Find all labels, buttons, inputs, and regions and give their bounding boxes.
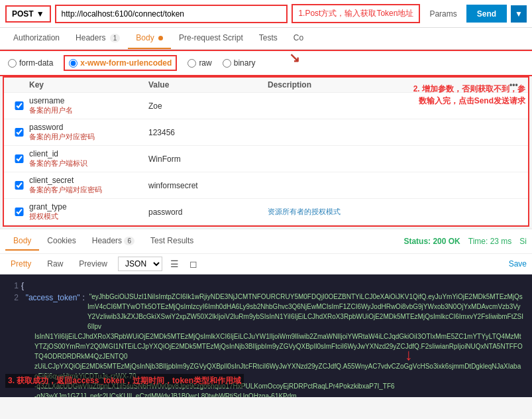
annotation1-text: 1.Post方式，输入获取Token地址 (298, 9, 413, 18)
response-section: Body Cookies Headers 6 Test Results Stat… (0, 228, 532, 397)
annotation2: 2. 增加参数，否则获取不到，参 数输入完，点击Send发送请求 (413, 83, 525, 107)
save-button[interactable]: Save (509, 259, 527, 269)
method-select[interactable]: POST ▼ (5, 5, 51, 23)
tab-prerequest[interactable]: Pre-request Script (171, 28, 251, 49)
toolbar: POST ▼ 1.Post方式，输入获取Token地址 Params Send … (0, 0, 532, 28)
arrow3-icon: ↓ (405, 345, 413, 364)
raw-radio[interactable]: raw (187, 58, 211, 68)
tab-body[interactable]: Body (128, 28, 171, 49)
resp-tab-cookies[interactable]: Cookies (39, 232, 83, 251)
urlencoded-radio[interactable]: x-www-form-urlencoded (64, 55, 177, 71)
param-row-client-id: client_id 备案的客户端标识 WinForm (4, 146, 528, 172)
send-button[interactable]: Send (466, 5, 507, 23)
format-row: Pretty Raw Preview JSON XML HTML Text ☰ … (0, 254, 532, 274)
binary-radio[interactable]: binary (223, 58, 256, 68)
password-checkbox[interactable] (9, 128, 29, 137)
url-input[interactable] (55, 5, 288, 23)
format-select[interactable]: JSON XML HTML Text (118, 257, 162, 271)
tab-tests[interactable]: Tests (251, 28, 286, 49)
status-badge: Status: 200 OK (403, 237, 460, 246)
method-chevron-icon: ▼ (36, 9, 44, 19)
params-button[interactable]: Params (424, 6, 462, 22)
json-line-2e: -qN3wXJm1GZJJ_nefc2UCsKUII_eCzdMWdvJB1B0… (8, 391, 524, 397)
annotation1-box: 1.Post方式，输入获取Token地址 (292, 4, 420, 23)
username-checkbox[interactable] (9, 101, 29, 110)
resp-tab-test-results[interactable]: Test Results (142, 232, 201, 251)
status-info: Status: 200 OK Time: 23 ms Si (403, 237, 527, 246)
json-container: 1 { 2 "access_token" : "eyJhbGciOiJSUzI1… (0, 274, 532, 397)
json-line-2b: IsInN1YiI6IjEiLCJhdXRoX3RpbWUiOjE2MDk5MT… (8, 331, 524, 361)
format-raw[interactable]: Raw (42, 257, 68, 270)
form-data-radio[interactable]: form-data (8, 58, 53, 68)
response-tabs: Body Cookies Headers 6 Test Results Stat… (0, 229, 532, 254)
param-row-password: password 备案的用户对应密码 123456 (4, 119, 528, 146)
format-preview[interactable]: Preview (74, 257, 113, 270)
params-section: Key Value Description ••• username 备案的用户… (0, 76, 532, 227)
json-line-2: 2 "access_token" : "eyJhbGciOiJSUzI1NiIs… (8, 292, 524, 331)
arrow-annotation: ↘ (289, 50, 300, 66)
resp-tab-headers[interactable]: Headers 6 (84, 232, 142, 251)
client-id-checkbox[interactable] (9, 154, 29, 163)
body-dot (158, 36, 163, 40)
tab-cookies[interactable]: Co (286, 28, 311, 49)
param-row-client-secret: client_secret 备案的客户端对应密码 winformsecret (4, 172, 528, 199)
size-badge: Si (519, 237, 527, 246)
copy-button[interactable]: ◻ (187, 257, 200, 270)
format-icon-button[interactable]: ☰ (168, 257, 182, 270)
tab-authorization[interactable]: Authorization (5, 28, 68, 49)
time-badge: Time: 23 ms (468, 237, 512, 246)
method-label: POST (12, 9, 34, 19)
param-row-grant-type: grant_type 授权模式 password 资源所有者的授权模式 (4, 199, 528, 225)
grant-type-checkbox[interactable] (9, 208, 29, 216)
tab-headers[interactable]: Headers 1 (68, 28, 128, 49)
format-pretty[interactable]: Pretty (5, 257, 36, 270)
json-line-1: 1 { (8, 280, 524, 292)
headers-count: 1 (110, 34, 121, 42)
annotation3: 3. 获取成功，返回access_token，过期时间，token类型和作用域 (5, 374, 244, 388)
body-type-row: form-data x-www-form-urlencoded raw bina… (0, 50, 532, 76)
resp-tab-body[interactable]: Body (5, 232, 39, 251)
send-dropdown-button[interactable]: ▼ (511, 5, 527, 23)
main-tabs: Authorization Headers 1 Body Pre-request… (0, 28, 532, 50)
client-secret-checkbox[interactable] (9, 181, 29, 190)
